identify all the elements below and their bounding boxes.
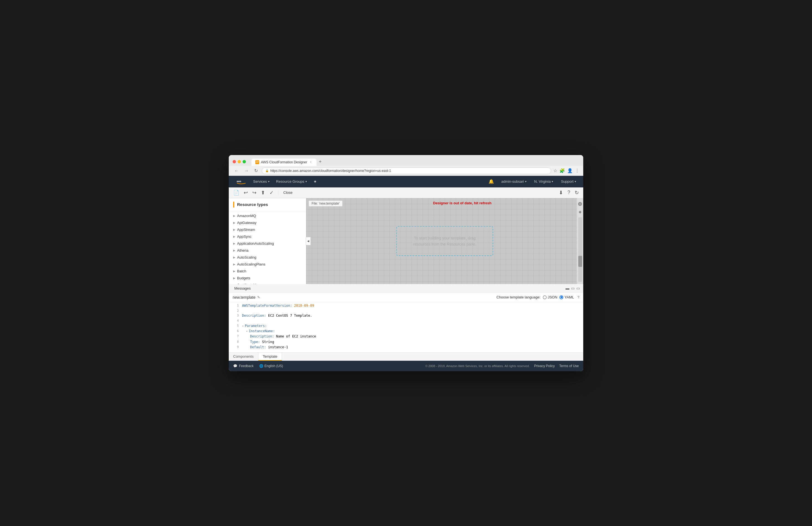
panel-collapse-button[interactable]: ◀ xyxy=(306,237,311,245)
arrow-icon: ▶ xyxy=(233,214,235,217)
feedback-link[interactable]: 💬 Feedback xyxy=(233,364,254,368)
nav-region[interactable]: N. Virginia ▾ xyxy=(531,176,557,187)
browser-window: CF AWS CloudFormation Designer × + ← → ↻… xyxy=(229,155,583,371)
nav-resource-groups[interactable]: Resource Groups ▾ xyxy=(273,176,310,187)
reload-button[interactable]: ↻ xyxy=(252,167,260,174)
editor-header: new.template ✎ Choose template language:… xyxy=(229,293,583,302)
profile-button[interactable]: 👤 xyxy=(567,168,573,173)
arrow-icon: ▶ xyxy=(233,235,235,238)
bottom-panel-icons: ▬ ▭ ▭ xyxy=(566,286,580,290)
arrow-icon: ▶ xyxy=(233,221,235,224)
resource-item-autoscalingplans[interactable]: ▶ AutoScalingPlans xyxy=(229,261,306,268)
code-line-8: 8 Type: String xyxy=(229,339,583,345)
help-toolbar-button[interactable]: ? xyxy=(566,189,571,196)
resource-item-autoscaling[interactable]: ▶ AutoScaling xyxy=(229,254,306,261)
resource-item-athena[interactable]: ▶ Athena xyxy=(229,247,306,254)
aws-logo[interactable]: aws xyxy=(233,178,250,185)
filename-text: new.template xyxy=(233,295,256,299)
back-button[interactable]: ← xyxy=(233,168,241,174)
traffic-lights xyxy=(233,160,246,163)
code-area[interactable]: 1 AWSTemplateFormatVersion: 2010-09-09 2… xyxy=(229,302,583,349)
resource-label: AmazonMQ xyxy=(237,214,256,218)
tab-template[interactable]: Template xyxy=(258,353,282,361)
drop-zone-line1: To start building your template, drag xyxy=(414,235,476,241)
close-button[interactable]: Close xyxy=(282,190,294,195)
template-lang-selector: Choose template language: JSON YAML ? xyxy=(496,295,579,299)
file-button[interactable]: 📄 xyxy=(232,189,241,196)
resource-label: AutoScalingPlans xyxy=(237,262,265,266)
toolbar-separator xyxy=(278,190,278,195)
validate-button[interactable]: ✓ xyxy=(269,189,275,196)
resource-groups-caret: ▾ xyxy=(305,180,307,183)
new-tab-button[interactable]: + xyxy=(317,158,324,166)
resource-label: Athena xyxy=(237,248,248,252)
refresh-toolbar-button[interactable]: ↻ xyxy=(574,189,580,196)
messages-tab[interactable]: Messages xyxy=(232,285,253,292)
undo-button[interactable]: ↩ xyxy=(243,189,249,196)
language-selector[interactable]: 🌐 English (US) xyxy=(259,364,283,368)
yaml-label: YAML xyxy=(564,295,574,299)
tab-title: AWS CloudFormation Designer xyxy=(261,160,307,164)
resource-item-budgets[interactable]: ▶ Budgets xyxy=(229,275,306,281)
resource-item-batch[interactable]: ▶ Batch xyxy=(229,268,306,275)
canvas-controls: ⊕ + xyxy=(577,198,583,284)
minimize-traffic-light[interactable] xyxy=(237,160,241,163)
support-caret: ▾ xyxy=(575,180,576,183)
resource-item-appsync[interactable]: ▶ AppSync xyxy=(229,233,306,240)
redo-button[interactable]: ↪ xyxy=(251,189,258,196)
scroll-thumb xyxy=(578,256,582,267)
bookmark-button[interactable]: ☆ xyxy=(553,168,557,173)
maximize-traffic-light[interactable] xyxy=(243,160,246,163)
lang-label: Choose template language: xyxy=(496,295,541,299)
resource-label: AppStream xyxy=(237,228,255,232)
resource-item-amazonmq[interactable]: ▶ AmazonMQ xyxy=(229,212,306,219)
bottom-panel-header: Messages ▬ ▭ ▭ xyxy=(229,284,583,293)
browser-tabs: CF AWS CloudFormation Designer × + xyxy=(251,158,324,166)
tab-close-button[interactable]: × xyxy=(309,160,313,164)
close-traffic-light[interactable] xyxy=(233,160,236,163)
speech-bubble-icon: 💬 xyxy=(233,364,237,368)
upload-button[interactable]: ⬆ xyxy=(260,189,266,196)
globe-icon: 🌐 xyxy=(259,364,263,368)
json-radio-option[interactable]: JSON xyxy=(543,295,557,299)
terms-of-use-link[interactable]: Terms of Use xyxy=(559,364,579,368)
resource-label: AppSync xyxy=(237,234,251,239)
active-tab[interactable]: CF AWS CloudFormation Designer × xyxy=(251,159,317,166)
svg-text:aws: aws xyxy=(237,180,242,182)
resource-item-certificatemanager[interactable]: ▶ CertificateManager xyxy=(229,281,306,284)
notification-bell[interactable]: 🔔 xyxy=(486,179,497,184)
scroll-track[interactable] xyxy=(578,217,582,282)
lang-help-icon[interactable]: ? xyxy=(577,295,579,299)
resource-panel-title: Resource types xyxy=(237,202,268,207)
menu-button[interactable]: ⋮ xyxy=(575,168,579,173)
resource-item-appstream[interactable]: ▶ AppStream xyxy=(229,226,306,233)
nav-support[interactable]: Support ▾ xyxy=(557,176,579,187)
zoom-in-icon[interactable]: + xyxy=(579,209,582,215)
browser-actions: ☆ 🧩 👤 ⋮ xyxy=(553,168,579,173)
services-caret: ▾ xyxy=(268,180,270,183)
arrow-icon: ▶ xyxy=(233,256,235,259)
compass-icon[interactable]: ⊕ xyxy=(578,201,582,207)
nav-user[interactable]: admin-subsari ▾ xyxy=(498,176,530,187)
lock-icon: 🔒 xyxy=(265,169,269,172)
forward-button[interactable]: → xyxy=(243,168,250,174)
code-line-9: 9 Default: instance-1 xyxy=(229,345,583,349)
extensions-button[interactable]: 🧩 xyxy=(560,168,565,173)
resource-item-apigateway[interactable]: ▶ ApiGateway xyxy=(229,219,306,226)
privacy-policy-link[interactable]: Privacy Policy xyxy=(534,364,555,368)
panel-icon-1[interactable]: ▬ xyxy=(566,286,569,290)
download-toolbar-button[interactable]: ⬇ xyxy=(558,189,564,196)
editor-filename: new.template ✎ xyxy=(233,295,260,299)
edit-filename-icon[interactable]: ✎ xyxy=(257,295,260,299)
nav-pin[interactable]: ★ xyxy=(310,176,320,187)
yaml-radio-circle xyxy=(560,295,563,299)
address-bar[interactable]: 🔒 https://console.aws.amazon.com/cloudfo… xyxy=(262,167,551,174)
nav-services[interactable]: Services ▾ xyxy=(250,176,273,187)
resource-item-applicationautoscaling[interactable]: ▶ ApplicationAutoScaling xyxy=(229,240,306,247)
panel-icon-2[interactable]: ▭ xyxy=(571,286,575,290)
panel-icon-3[interactable]: ▭ xyxy=(576,286,580,290)
tab-components[interactable]: Components xyxy=(229,353,258,361)
designer-main-wrapper: Resource types ▶ AmazonMQ ▶ ApiGateway ▶… xyxy=(229,198,583,284)
canvas-area[interactable]: File: 'new.template' Designer is out of … xyxy=(306,198,583,284)
yaml-radio-option[interactable]: YAML xyxy=(560,295,574,299)
